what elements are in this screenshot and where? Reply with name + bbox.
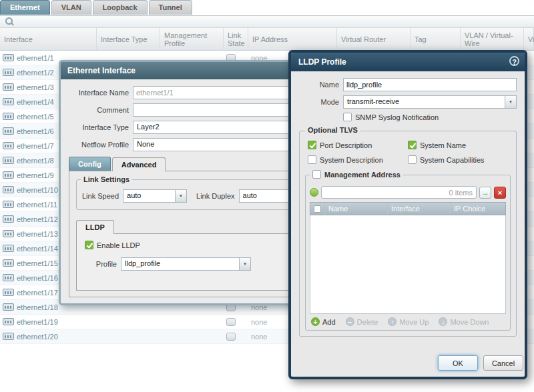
interface-name-link[interactable]: ethernet1/9 <box>17 171 54 179</box>
ethernet-port-icon <box>3 83 14 91</box>
lldp-profile-dropdown-button[interactable]: ▼ <box>240 257 251 271</box>
clear-filter-button[interactable]: × <box>494 187 506 199</box>
delete-button[interactable]: − Delete <box>346 317 378 326</box>
dialog-buttons: OK Cancel <box>438 355 523 371</box>
tab-tunnel[interactable]: Tunnel <box>149 0 192 15</box>
column-header-interface-type[interactable]: Interface Type <box>97 28 160 50</box>
snmp-syslog-label: SNMP Syslog Notification <box>355 113 439 121</box>
snmp-syslog-checkbox[interactable] <box>343 113 352 121</box>
move-down-label: Move Down <box>450 318 489 326</box>
delete-icon: − <box>346 317 354 326</box>
tlv-checkbox-grid: Port Description System Name System Desc… <box>305 139 511 171</box>
system-description-checkbox[interactable] <box>308 155 316 164</box>
ethernet-port-icon <box>3 127 14 135</box>
link-speed-dropdown[interactable]: auto ▼ <box>123 189 187 203</box>
port-description-label: Port Description <box>320 141 372 149</box>
interface-name-link[interactable]: ethernet1/13 <box>17 230 58 238</box>
lldp-mode-value: transmit-receive <box>343 95 505 109</box>
lldp-name-field[interactable] <box>343 78 517 91</box>
move-down-button[interactable]: ↓ Move Down <box>439 317 489 326</box>
interface-name-link[interactable]: ethernet1/19 <box>17 318 58 326</box>
interface-name-link[interactable]: ethernet1/20 <box>17 333 58 341</box>
port-description-checkbox[interactable] <box>308 141 316 149</box>
link-speed-dropdown-button[interactable]: ▼ <box>176 189 187 203</box>
interface-name-link[interactable]: ethernet1/14 <box>17 245 58 253</box>
column-header-vi[interactable]: Vi <box>524 28 534 50</box>
interface-name-link[interactable]: ethernet1/7 <box>17 142 54 150</box>
ok-button[interactable]: OK <box>438 355 478 371</box>
management-address-actions: + Add − Delete ↑ Move Up ↓ <box>310 317 506 326</box>
interface-name-link[interactable]: ethernet1/18 <box>17 303 58 311</box>
help-icon[interactable]: ? <box>509 56 519 66</box>
interface-name-link[interactable]: ethernet1/6 <box>17 127 54 135</box>
column-header-ip-choice[interactable]: IP Choice <box>451 203 505 215</box>
system-name-checkbox[interactable] <box>408 141 417 149</box>
tab-loopback[interactable]: Loopback <box>93 0 148 15</box>
tab-config[interactable]: Config <box>69 157 111 171</box>
lldp-dialog-titlebar[interactable]: LLDP Profile ? <box>291 53 525 71</box>
move-up-button[interactable]: ↑ Move Up <box>388 317 429 326</box>
cancel-button[interactable]: Cancel <box>483 355 523 371</box>
ethernet-port-icon <box>3 171 14 179</box>
interface-name-link[interactable]: ethernet1/4 <box>17 98 54 106</box>
ethernet-port-icon <box>3 98 14 105</box>
interface-name-link[interactable]: ethernet1/16 <box>17 274 58 282</box>
interface-type-label: Interface Type <box>69 123 129 131</box>
interface-name-link[interactable]: ethernet1/2 <box>17 69 54 77</box>
search-icon <box>5 17 14 26</box>
lldp-mode-dropdown[interactable]: transmit-receive ▼ <box>343 95 517 109</box>
tab-advanced[interactable]: Advanced <box>112 157 166 171</box>
netflow-profile-label: Netflow Profile <box>69 141 129 149</box>
system-capabilities-checkbox[interactable] <box>408 155 417 164</box>
lldp-dialog-title: LLDP Profile <box>298 57 346 67</box>
column-header-ip-address[interactable]: IP Address <box>248 28 337 50</box>
ethernet-port-icon <box>3 245 14 252</box>
add-button[interactable]: + Add <box>311 317 336 326</box>
column-header-management-profile[interactable]: Management Profile <box>160 28 224 50</box>
ethernet-port-icon <box>3 318 14 325</box>
add-label: Add <box>322 318 336 326</box>
column-header-virtual-router[interactable]: Virtual Router <box>337 28 411 50</box>
optional-tlvs-title: Optional TLVS <box>305 126 360 134</box>
interface-name-link[interactable]: ethernet1/3 <box>17 83 54 91</box>
ethernet-port-icon <box>3 259 14 267</box>
interface-name-link[interactable]: ethernet1/17 <box>17 289 58 297</box>
interface-name-link[interactable]: ethernet1/1 <box>17 54 54 62</box>
ethernet-port-icon <box>3 215 14 223</box>
column-header-link-state[interactable]: Link State <box>224 28 248 50</box>
system-description-label: System Description <box>320 156 383 164</box>
apply-filter-button[interactable]: → <box>479 187 491 199</box>
management-address-checkbox[interactable] <box>312 170 321 179</box>
tab-vlan[interactable]: VLAN <box>51 0 91 15</box>
ethernet-port-icon <box>3 230 14 237</box>
filter-bar[interactable] <box>0 15 534 28</box>
column-header-name[interactable]: Name <box>325 203 388 215</box>
lldp-profile-value: lldp_profile <box>121 257 240 271</box>
tab-ethernet[interactable]: Ethernet <box>0 0 50 15</box>
select-all-checkbox[interactable] <box>314 205 321 213</box>
tab-lldp[interactable]: LLDP <box>76 220 114 234</box>
management-profile-cell <box>160 315 224 329</box>
interface-name-link[interactable]: ethernet1/12 <box>17 215 58 223</box>
management-address-table-body[interactable] <box>310 215 506 314</box>
column-header-interface[interactable]: Interface <box>388 203 451 215</box>
lldp-profile-dropdown[interactable]: lldp_profile ▼ <box>121 257 251 271</box>
interface-name-link[interactable]: ethernet1/8 <box>17 157 54 165</box>
interface-name-link[interactable]: ethernet1/11 <box>17 201 57 209</box>
ethernet-port-icon <box>3 54 14 61</box>
pan-os-network-interfaces-screen: Ethernet VLAN Loopback Tunnel Interface … <box>0 0 534 392</box>
link-speed-value: auto <box>123 189 176 203</box>
column-header-interface[interactable]: Interface <box>0 28 97 50</box>
ethernet-port-icon <box>3 186 14 193</box>
interface-name-link[interactable]: ethernet1/15 <box>17 259 58 267</box>
enable-lldp-checkbox[interactable] <box>85 241 93 249</box>
management-address-filter-input[interactable]: 0 items <box>321 186 477 199</box>
lldp-mode-dropdown-button[interactable]: ▼ <box>505 95 517 109</box>
interface-name-link[interactable]: ethernet1/5 <box>17 113 54 121</box>
column-header-vlan-virtual-wire[interactable]: VLAN / Virtual-Wire <box>461 28 524 50</box>
ethernet-port-icon <box>3 142 14 149</box>
interface-name-link[interactable]: ethernet1/10 <box>17 186 58 194</box>
select-all-cell <box>310 203 325 215</box>
column-header-tag[interactable]: Tag <box>411 28 461 50</box>
lldp-dialog-body: Name Mode transmit-receive ▼ SNMP Syslog… <box>291 71 525 377</box>
